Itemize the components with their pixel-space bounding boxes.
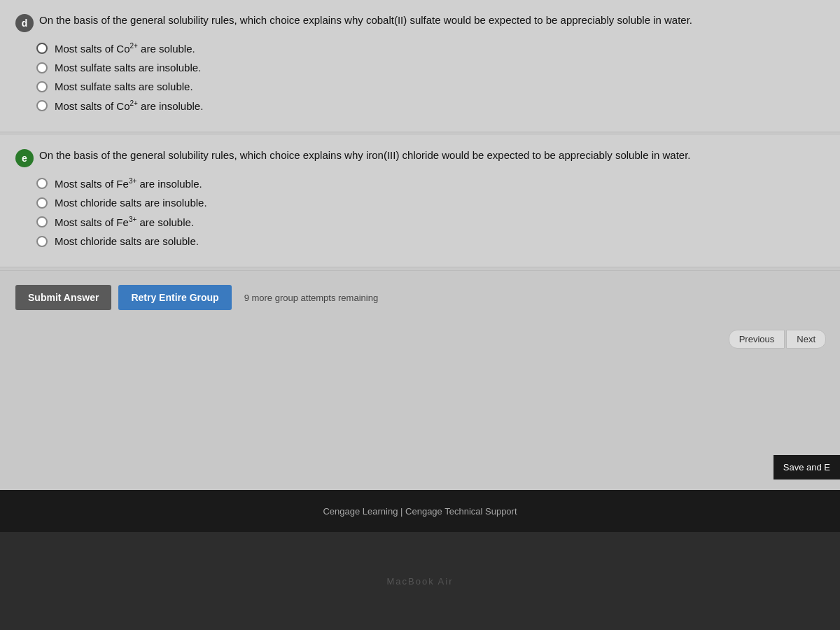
option-e3-label: Most salts of Fe3+ are soluble.	[55, 216, 194, 228]
option-d3[interactable]: Most sulfate salts are soluble.	[36, 80, 825, 92]
footer-links: Cengage Learning | Cengage Technical Sup…	[323, 506, 517, 517]
option-d2[interactable]: Most sulfate salts are insoluble.	[36, 62, 825, 74]
option-e2[interactable]: Most chloride salts are insoluble.	[36, 197, 825, 209]
question-e-header: e On the basis of the general solubility…	[15, 148, 825, 167]
radio-d4[interactable]	[36, 100, 48, 111]
submit-button[interactable]: Submit Answer	[15, 285, 111, 310]
save-exit-button[interactable]: Save and E	[774, 455, 840, 479]
question-e-text: On the basis of the general solubility r…	[39, 148, 691, 164]
option-d4[interactable]: Most salts of Co2+ are insoluble.	[36, 99, 825, 112]
radio-d2[interactable]	[36, 62, 48, 74]
next-button[interactable]: Next	[786, 330, 826, 349]
option-d1[interactable]: Most salts of Co2+ are soluble.	[36, 42, 825, 55]
option-e4-label: Most chloride salts are soluble.	[55, 235, 199, 247]
radio-e2[interactable]	[36, 197, 48, 209]
macbook-label: MacBook Air	[387, 576, 454, 587]
option-e3[interactable]: Most salts of Fe3+ are soluble.	[36, 216, 825, 228]
action-bar: Submit Answer Retry Entire Group 9 more …	[0, 270, 840, 324]
radio-d3[interactable]	[36, 81, 48, 92]
question-d-header: d On the basis of the general solubility…	[15, 13, 825, 32]
radio-d1[interactable]	[36, 43, 48, 54]
attempts-remaining: 9 more group attempts remaining	[244, 293, 378, 303]
question-e-badge: e	[15, 149, 34, 167]
radio-e3[interactable]	[36, 216, 48, 227]
previous-button[interactable]: Previous	[729, 330, 785, 349]
dark-footer: MacBook Air	[0, 532, 840, 630]
question-d-badge: d	[15, 14, 34, 32]
footer-bar: Cengage Learning | Cengage Technical Sup…	[0, 490, 840, 532]
option-e4[interactable]: Most chloride salts are soluble.	[36, 235, 825, 247]
option-d4-label: Most salts of Co2+ are insoluble.	[55, 99, 203, 112]
footer-separator: |	[400, 506, 405, 517]
option-e2-label: Most chloride salts are insoluble.	[55, 197, 207, 209]
option-d2-label: Most sulfate salts are insoluble.	[55, 62, 201, 74]
question-d-text: On the basis of the general solubility r…	[39, 13, 692, 29]
question-d: d On the basis of the general solubility…	[0, 0, 840, 132]
question-e: e On the basis of the general solubility…	[0, 135, 840, 267]
cengage-support-link[interactable]: Cengage Technical Support	[405, 506, 517, 517]
radio-e1[interactable]	[36, 178, 48, 189]
option-e1-label: Most salts of Fe3+ are insoluble.	[55, 177, 202, 190]
option-e1[interactable]: Most salts of Fe3+ are insoluble.	[36, 177, 825, 190]
option-d3-label: Most sulfate salts are soluble.	[55, 80, 193, 92]
radio-e4[interactable]	[36, 236, 48, 247]
option-d1-label: Most salts of Co2+ are soluble.	[55, 42, 195, 55]
nav-bar: Previous Next	[0, 324, 840, 354]
question-e-options: Most salts of Fe3+ are insoluble. Most c…	[15, 177, 825, 247]
cengage-learning-link[interactable]: Cengage Learning	[323, 506, 398, 517]
retry-button[interactable]: Retry Entire Group	[118, 285, 231, 310]
question-d-options: Most salts of Co2+ are soluble. Most sul…	[15, 42, 825, 112]
